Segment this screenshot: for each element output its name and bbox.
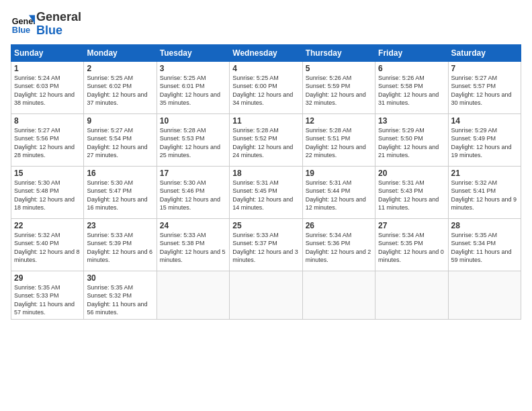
calendar-cell: 4Sunrise: 5:25 AMSunset: 6:00 PMDaylight…: [230, 61, 302, 113]
calendar-cell: 16Sunrise: 5:30 AMSunset: 5:47 PMDayligh…: [84, 166, 157, 218]
day-info: Sunrise: 5:33 AMSunset: 5:39 PMDaylight:…: [87, 231, 153, 265]
weekday-header: Sunday: [11, 44, 84, 61]
day-number: 8: [14, 116, 81, 126]
calendar-week-row: 22Sunrise: 5:32 AMSunset: 5:40 PMDayligh…: [11, 218, 521, 271]
calendar-cell: 14Sunrise: 5:29 AMSunset: 5:49 PMDayligh…: [448, 113, 521, 166]
day-number: 12: [306, 116, 372, 126]
calendar-cell: 9Sunrise: 5:27 AMSunset: 5:54 PMDaylight…: [84, 113, 157, 166]
calendar-cell: 2Sunrise: 5:25 AMSunset: 6:02 PMDaylight…: [84, 61, 157, 113]
day-number: 11: [232, 116, 299, 126]
calendar-cell: 10Sunrise: 5:28 AMSunset: 5:53 PMDayligh…: [157, 113, 229, 166]
day-info: Sunrise: 5:28 AMSunset: 5:53 PMDaylight:…: [160, 126, 226, 160]
logo-icon: General Blue: [11, 12, 35, 36]
day-number: 4: [232, 64, 299, 73]
day-info: Sunrise: 5:33 AMSunset: 5:37 PMDaylight:…: [232, 231, 299, 265]
day-info: Sunrise: 5:32 AMSunset: 5:40 PMDaylight:…: [14, 231, 81, 265]
day-number: 18: [232, 169, 299, 178]
weekday-header: Tuesday: [157, 44, 229, 61]
calendar-header-row: SundayMondayTuesdayWednesdayThursdayFrid…: [11, 44, 521, 61]
day-info: Sunrise: 5:34 AMSunset: 5:36 PMDaylight:…: [306, 231, 372, 265]
day-info: Sunrise: 5:26 AMSunset: 5:58 PMDaylight:…: [378, 74, 445, 107]
day-number: 10: [160, 116, 226, 126]
day-info: Sunrise: 5:26 AMSunset: 5:59 PMDaylight:…: [306, 74, 372, 107]
calendar-cell: 19Sunrise: 5:31 AMSunset: 5:44 PMDayligh…: [302, 166, 375, 218]
calendar-cell: 24Sunrise: 5:33 AMSunset: 5:38 PMDayligh…: [157, 218, 229, 271]
calendar-cell: 25Sunrise: 5:33 AMSunset: 5:37 PMDayligh…: [230, 218, 302, 271]
calendar-cell: 21Sunrise: 5:32 AMSunset: 5:41 PMDayligh…: [448, 166, 521, 218]
day-number: 5: [306, 64, 372, 73]
day-number: 15: [14, 169, 81, 178]
day-number: 3: [160, 64, 226, 73]
calendar: SundayMondayTuesdayWednesdayThursdayFrid…: [11, 44, 521, 320]
day-info: Sunrise: 5:27 AMSunset: 5:56 PMDaylight:…: [14, 126, 81, 160]
day-number: 1: [14, 64, 81, 73]
day-number: 19: [306, 169, 372, 178]
calendar-cell: 17Sunrise: 5:30 AMSunset: 5:46 PMDayligh…: [157, 166, 229, 218]
day-info: Sunrise: 5:24 AMSunset: 6:03 PMDaylight:…: [14, 74, 81, 107]
calendar-cell: 27Sunrise: 5:34 AMSunset: 5:35 PMDayligh…: [375, 218, 448, 271]
day-info: Sunrise: 5:27 AMSunset: 5:54 PMDaylight:…: [87, 126, 153, 160]
day-number: 9: [87, 116, 153, 126]
day-number: 26: [306, 221, 372, 230]
calendar-cell: [230, 271, 302, 319]
calendar-cell: 11Sunrise: 5:28 AMSunset: 5:52 PMDayligh…: [230, 113, 302, 166]
weekday-header: Saturday: [448, 44, 521, 61]
calendar-body: 1Sunrise: 5:24 AMSunset: 6:03 PMDaylight…: [11, 61, 521, 319]
day-info: Sunrise: 5:31 AMSunset: 5:44 PMDaylight:…: [306, 179, 372, 212]
calendar-cell: 12Sunrise: 5:28 AMSunset: 5:51 PMDayligh…: [302, 113, 375, 166]
day-info: Sunrise: 5:27 AMSunset: 5:57 PMDaylight:…: [451, 74, 518, 107]
calendar-cell: 18Sunrise: 5:31 AMSunset: 5:45 PMDayligh…: [230, 166, 302, 218]
day-info: Sunrise: 5:30 AMSunset: 5:47 PMDaylight:…: [87, 179, 153, 212]
calendar-cell: [375, 271, 448, 319]
day-info: Sunrise: 5:35 AMSunset: 5:32 PMDaylight:…: [87, 283, 153, 317]
day-info: Sunrise: 5:31 AMSunset: 5:43 PMDaylight:…: [378, 179, 445, 212]
day-number: 17: [160, 169, 226, 178]
day-number: 14: [451, 116, 518, 126]
day-number: 13: [378, 116, 445, 126]
day-number: 23: [87, 221, 153, 230]
calendar-week-row: 1Sunrise: 5:24 AMSunset: 6:03 PMDaylight…: [11, 61, 521, 113]
day-info: Sunrise: 5:29 AMSunset: 5:50 PMDaylight:…: [378, 126, 445, 160]
day-info: Sunrise: 5:31 AMSunset: 5:45 PMDaylight:…: [232, 179, 299, 212]
day-number: 30: [87, 273, 153, 283]
calendar-cell: 23Sunrise: 5:33 AMSunset: 5:39 PMDayligh…: [84, 218, 157, 271]
weekday-header: Monday: [84, 44, 157, 61]
day-number: 21: [451, 169, 518, 178]
calendar-cell: 3Sunrise: 5:25 AMSunset: 6:01 PMDaylight…: [157, 61, 229, 113]
weekday-header: Thursday: [302, 44, 375, 61]
calendar-cell: 5Sunrise: 5:26 AMSunset: 5:59 PMDaylight…: [302, 61, 375, 113]
calendar-cell: 22Sunrise: 5:32 AMSunset: 5:40 PMDayligh…: [11, 218, 84, 271]
weekday-header: Friday: [375, 44, 448, 61]
day-info: Sunrise: 5:30 AMSunset: 5:48 PMDaylight:…: [14, 179, 81, 212]
logo-text: General Blue: [36, 11, 81, 38]
day-number: 20: [378, 169, 445, 178]
day-number: 25: [232, 221, 299, 230]
header: General Blue General Blue: [11, 11, 521, 38]
day-number: 27: [378, 221, 445, 230]
calendar-cell: 8Sunrise: 5:27 AMSunset: 5:56 PMDaylight…: [11, 113, 84, 166]
calendar-cell: 20Sunrise: 5:31 AMSunset: 5:43 PMDayligh…: [375, 166, 448, 218]
day-number: 22: [14, 221, 81, 230]
calendar-cell: 15Sunrise: 5:30 AMSunset: 5:48 PMDayligh…: [11, 166, 84, 218]
day-info: Sunrise: 5:33 AMSunset: 5:38 PMDaylight:…: [160, 231, 226, 265]
day-number: 2: [87, 64, 153, 73]
page: General Blue General Blue SundayMondayTu…: [0, 0, 532, 411]
calendar-cell: 1Sunrise: 5:24 AMSunset: 6:03 PMDaylight…: [11, 61, 84, 113]
day-info: Sunrise: 5:25 AMSunset: 6:02 PMDaylight:…: [87, 74, 153, 107]
weekday-header: Wednesday: [230, 44, 302, 61]
day-info: Sunrise: 5:29 AMSunset: 5:49 PMDaylight:…: [451, 126, 518, 160]
calendar-cell: 6Sunrise: 5:26 AMSunset: 5:58 PMDaylight…: [375, 61, 448, 113]
calendar-cell: [302, 271, 375, 319]
day-info: Sunrise: 5:25 AMSunset: 6:01 PMDaylight:…: [160, 74, 226, 107]
day-info: Sunrise: 5:28 AMSunset: 5:52 PMDaylight:…: [232, 126, 299, 160]
day-number: 29: [14, 273, 81, 283]
calendar-cell: 30Sunrise: 5:35 AMSunset: 5:32 PMDayligh…: [84, 271, 157, 319]
calendar-cell: 29Sunrise: 5:35 AMSunset: 5:33 PMDayligh…: [11, 271, 84, 319]
calendar-week-row: 15Sunrise: 5:30 AMSunset: 5:48 PMDayligh…: [11, 166, 521, 218]
day-info: Sunrise: 5:25 AMSunset: 6:00 PMDaylight:…: [232, 74, 299, 107]
day-number: 24: [160, 221, 226, 230]
day-number: 6: [378, 64, 445, 73]
day-info: Sunrise: 5:32 AMSunset: 5:41 PMDaylight:…: [451, 179, 518, 212]
day-info: Sunrise: 5:35 AMSunset: 5:34 PMDaylight:…: [451, 231, 518, 265]
calendar-cell: 26Sunrise: 5:34 AMSunset: 5:36 PMDayligh…: [302, 218, 375, 271]
